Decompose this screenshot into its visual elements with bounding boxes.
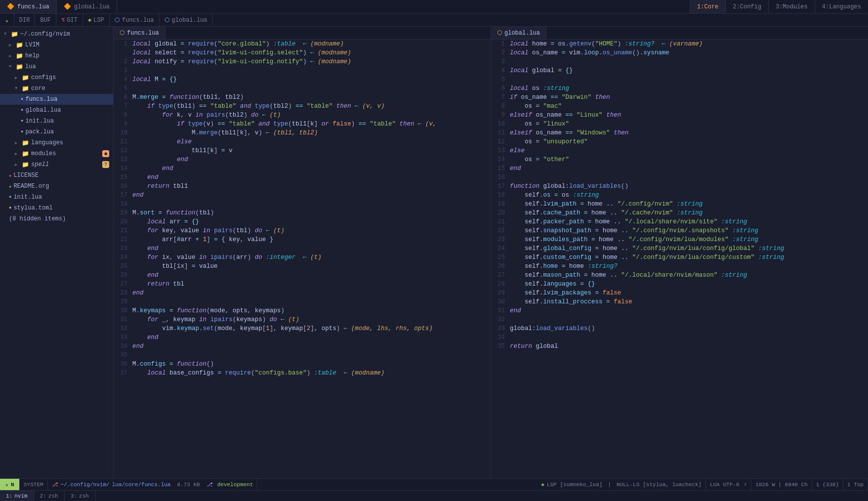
tab-core-label: Core bbox=[704, 3, 719, 10]
sidebar-spell[interactable]: ▶ 📁 spell ? bbox=[0, 159, 113, 170]
g-lc-11: elseif os_name == "Windows" then bbox=[510, 128, 868, 137]
bottom-tab-1-label: nvim bbox=[14, 493, 27, 499]
editor-tab-funcs[interactable]: ⬡ funcs.lua bbox=[114, 27, 165, 39]
sidebar-core[interactable]: ▼ 📁 core bbox=[0, 83, 113, 94]
g-code-line-7: 7 if os_name == "Darwin" then bbox=[491, 93, 868, 102]
g-ln-27: 27 bbox=[491, 271, 510, 280]
tab-core[interactable]: 1: Core bbox=[690, 0, 725, 13]
stylua-icon: ● bbox=[9, 206, 11, 210]
tab-modules[interactable]: 3: Modules bbox=[768, 0, 815, 13]
tab-languages[interactable]: 4: Languages bbox=[815, 0, 868, 13]
ln-8: 8 bbox=[114, 111, 132, 120]
ln-25: 25 bbox=[114, 262, 132, 271]
editor1-filename: funcs.lua bbox=[122, 17, 154, 24]
g-ln-22: 22 bbox=[491, 226, 510, 235]
sidebar-stylua[interactable]: ● stylua.toml bbox=[0, 203, 113, 213]
code-line-20: 20 local arr = {} bbox=[114, 217, 491, 226]
sidebar-global-lua[interactable]: ● global.lua bbox=[0, 105, 113, 116]
sidebar-funcs-lua[interactable]: ● funcs.lua bbox=[0, 94, 113, 105]
g-lc-29: self.lvim_packages = false bbox=[510, 289, 868, 297]
tab-global-lua[interactable]: 🔶 global.lua bbox=[57, 0, 117, 13]
file1-path: lua/core/funcs.lua bbox=[112, 482, 171, 488]
g-code-line-23: 23 self.modules_path = home .. "/.config… bbox=[491, 235, 868, 244]
bottom-tab-zsh-2[interactable]: 3: zsh bbox=[65, 491, 95, 501]
sidebar-lvim[interactable]: ▶ 📁 LVIM bbox=[0, 40, 113, 50]
ln-16: 16 bbox=[114, 182, 132, 191]
g-code-line-34: 34 bbox=[491, 333, 868, 342]
bottom-tab-zsh-1[interactable]: 2: zsh bbox=[34, 491, 65, 501]
null-ls-label: NULL-LS bbox=[617, 482, 639, 488]
global-code-editor[interactable]: 1 local home = os.getenv("HOME") :string… bbox=[491, 40, 868, 478]
ln-11: 11 bbox=[114, 137, 132, 146]
buf-button[interactable]: BUF bbox=[35, 14, 56, 26]
sidebar-root[interactable]: ▼ 📁 ~/.config/nvim bbox=[0, 29, 113, 40]
configs-folder-icon: 📁 bbox=[22, 74, 29, 82]
code-line-12: 12 tbl1[k] = v bbox=[114, 146, 491, 155]
lsp-icon: ◈ bbox=[88, 16, 91, 24]
g-ln-35: 35 bbox=[491, 342, 510, 351]
g-code-line-25: 25 self.custom_config = home .. "/.confi… bbox=[491, 253, 868, 262]
g-code-line-27: 27 self.mason_path = home .. "/.local/sh… bbox=[491, 271, 868, 280]
langs-label: languages bbox=[31, 139, 63, 146]
help-arrow: ▶ bbox=[9, 53, 14, 59]
g-lc-17: function global:load_variables() bbox=[510, 182, 868, 191]
code-line-31: 31 for _, keymap in ipairs(keymaps) do ←… bbox=[114, 315, 491, 324]
lvim-arrow: ▶ bbox=[9, 42, 14, 48]
editor-panels: ⬡ funcs.lua 1 local global = require("co… bbox=[114, 27, 868, 478]
sidebar-readme[interactable]: ★ README.org bbox=[0, 181, 113, 192]
g-lc-24: self.global_config = home .. "/.config/n… bbox=[510, 244, 868, 253]
sidebar-license[interactable]: ★ LICENSE bbox=[0, 170, 113, 181]
status-bar: ᵥ N SYSTEM ⎇ ~/.config/nvim/ lua/core/fu… bbox=[0, 478, 868, 490]
funcs-code-editor[interactable]: 1 local global = require("core.global") … bbox=[114, 40, 491, 478]
git-button[interactable]: ⌥ GIT bbox=[56, 14, 83, 26]
lc-1b: local select = require("lvim-ui-config.s… bbox=[132, 48, 491, 57]
code-line-30: 30 M.keymaps = function(mode, opts, keym… bbox=[114, 306, 491, 315]
lc-12: tbl1[k] = v bbox=[132, 146, 491, 155]
sidebar-languages[interactable]: ▶ 📁 languages bbox=[0, 137, 113, 148]
sidebar-init[interactable]: ● init.lua bbox=[0, 192, 113, 203]
ln-14: 14 bbox=[114, 164, 132, 173]
sidebar-pack-lua[interactable]: ● pack.lua bbox=[0, 126, 113, 137]
code-line-27: 27 return tbl bbox=[114, 280, 491, 289]
readme-label: README.org bbox=[13, 183, 49, 190]
spell-badge: ? bbox=[102, 161, 109, 168]
init-icon: ● bbox=[9, 195, 11, 200]
sidebar-modules[interactable]: ▶ 📁 modules ■ bbox=[0, 148, 113, 159]
g-lc-2: local os_name = vim.loop.os_uname().sysn… bbox=[510, 48, 868, 57]
lc-37: local base_configs = require("configs.ba… bbox=[132, 369, 491, 377]
lc-20: local arr = {} bbox=[132, 217, 491, 226]
g-code-line-16: 16 bbox=[491, 173, 868, 182]
tab-global-lua-label: global.lua bbox=[74, 3, 110, 10]
lua-folder-icon: 📁 bbox=[16, 63, 23, 71]
sidebar-init-lua[interactable]: ● init.lua bbox=[0, 116, 113, 126]
sidebar-configs[interactable]: ▶ 📁 configs bbox=[0, 72, 113, 83]
g-ln-7: 7 bbox=[491, 93, 510, 102]
sidebar-lua[interactable]: ▼ 📁 lua bbox=[0, 61, 113, 72]
tab-funcs-lua[interactable]: 🔶 funcs.lua bbox=[0, 0, 57, 13]
editor-tab-global[interactable]: ⬡ global.lua bbox=[491, 27, 546, 39]
vim-icon: ᵥ bbox=[5, 16, 9, 24]
g-ln-23: 23 bbox=[491, 235, 510, 244]
g-ln-29: 29 bbox=[491, 289, 510, 297]
editor1-icon: ⬡ bbox=[115, 16, 120, 24]
lsp-button[interactable]: ◈ LSP bbox=[83, 14, 110, 26]
sidebar-help[interactable]: ▶ 📁 help bbox=[0, 50, 113, 61]
bottom-tab-nvim[interactable]: 1: nvim bbox=[0, 491, 34, 501]
g-lc-23: self.modules_path = home .. "/.config/nv… bbox=[510, 235, 868, 244]
git-icon: ⌥ bbox=[61, 16, 65, 24]
dir-button[interactable]: DIR bbox=[14, 14, 36, 26]
g-code-line-22: 22 self.snapshot_path = home .. "/.confi… bbox=[491, 226, 868, 235]
g-code-line-3: 3 bbox=[491, 57, 868, 66]
code-line-1: 1 local global = require("core.global") … bbox=[114, 40, 491, 48]
ln-34: 34 bbox=[114, 342, 132, 351]
ln-32: 32 bbox=[114, 324, 132, 333]
g-ln-15: 15 bbox=[491, 164, 510, 173]
null-ls-sep: | bbox=[608, 482, 611, 488]
status-position: 1 (338) bbox=[812, 479, 843, 490]
bottom-tab-3-num: 3: bbox=[71, 493, 77, 499]
lc-8: for k, v in pairs(tbl2) do ← (t) bbox=[132, 111, 491, 120]
lua-label: lua bbox=[25, 63, 36, 70]
status-branch: ⎇ ~/.config/nvim/ lua/core/funcs.lua 8.7… bbox=[48, 479, 258, 490]
tab-config[interactable]: 2: Config bbox=[725, 0, 768, 13]
code-line-35: 35 bbox=[114, 351, 491, 360]
